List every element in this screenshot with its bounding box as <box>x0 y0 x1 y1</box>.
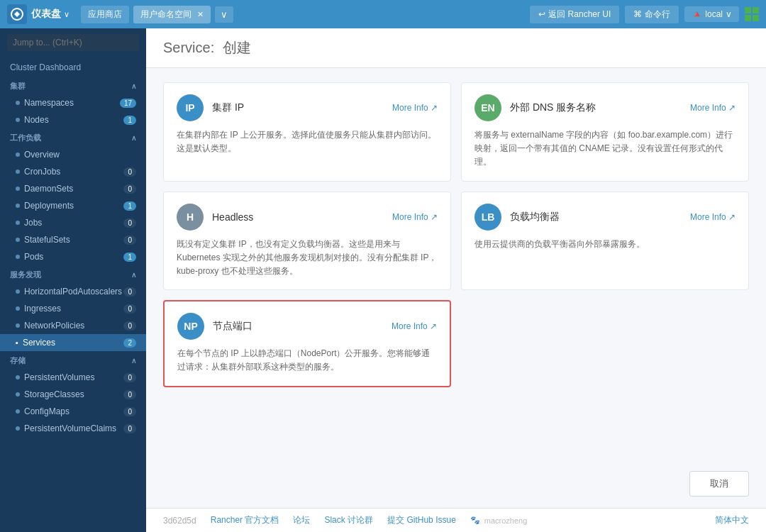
external-dns-desc: 将服务与 externalName 字段的内容（如 foo.bar.exampl… <box>474 128 736 170</box>
sidebar-item-hpa[interactable]: HorizontalPodAutoscalers 0 <box>0 283 146 300</box>
top-navigation: 仪表盘 ∨ 应用商店 用户命名空间 ✕ ∨ ↩ 返回 Rancher UI ⌘ … <box>0 0 766 28</box>
footer-link-docs[interactable]: Rancher 官方文档 <box>211 514 279 526</box>
sidebar-item-pods[interactable]: Pods 1 <box>0 248 146 265</box>
node-port-more-info[interactable]: More Info ↗ <box>392 321 437 331</box>
cluster-ip-more-info[interactable]: More Info ↗ <box>392 103 438 113</box>
pv-badge: 0 <box>123 373 136 382</box>
return-label: 返回 Rancher UI <box>548 9 611 21</box>
cluster-chevron-icon: ∨ <box>726 9 732 19</box>
jobs-dot <box>16 221 20 225</box>
load-balancer-more-info[interactable]: More Info ↗ <box>690 212 736 222</box>
sidebar-section-workloads[interactable]: 工作负载 ∧ <box>0 128 146 146</box>
sidebar-item-ingresses-label: Ingresses <box>24 304 61 314</box>
return-icon: ↩ <box>538 9 545 19</box>
top-nav-right: ↩ 返回 Rancher UI ⌘ 命令行 🔺 local ∨ <box>530 6 759 23</box>
sidebar-item-ingresses[interactable]: Ingresses 0 <box>0 300 146 317</box>
storage-section-chevron: ∧ <box>131 357 136 365</box>
overview-dot <box>16 153 20 157</box>
footer-watermark: 🐾 macrozheng <box>470 516 528 525</box>
services-active-icon: ▪ <box>16 338 18 347</box>
return-rancher-button[interactable]: ↩ 返回 Rancher UI <box>530 6 619 23</box>
load-balancer-icon: LB <box>474 204 501 231</box>
sidebar-item-daemonsets[interactable]: DaemonSets 0 <box>0 180 146 197</box>
sidebar-item-deployments-label: Deployments <box>24 201 74 211</box>
sidebar-section-storage-label: 存储 <box>10 355 26 366</box>
tab-close-icon[interactable]: ✕ <box>197 10 204 19</box>
title-chevron[interactable]: ∨ <box>64 10 70 19</box>
sidebar-item-storage-classes[interactable]: StorageClasses 0 <box>0 386 146 403</box>
sidebar-section-service-discovery[interactable]: 服务发现 ∧ <box>0 265 146 283</box>
footer-link-slack[interactable]: Slack 讨论群 <box>324 514 373 526</box>
tab-app-store[interactable]: 应用商店 <box>81 6 129 23</box>
sidebar-item-cronjobs[interactable]: CronJobs 0 <box>0 163 146 180</box>
service-type-cards: IP 集群 IP More Info ↗ 在集群内部在 IP 上公开服务。选择此… <box>163 82 749 387</box>
watermark-icon: 🐾 <box>470 516 480 525</box>
sidebar-item-overview[interactable]: Overview <box>0 146 146 163</box>
sc-dot <box>16 392 20 397</box>
sidebar-item-services[interactable]: ▪ Services 2 <box>0 334 146 351</box>
sidebar-item-nodes[interactable]: Nodes 1 <box>0 111 146 128</box>
cmd-label: 命令行 <box>645 9 670 21</box>
cm-badge: 0 <box>123 407 136 416</box>
command-button[interactable]: ⌘ 命令行 <box>625 6 679 23</box>
footer-link-forum[interactable]: 论坛 <box>293 514 310 526</box>
card-cluster-ip[interactable]: IP 集群 IP More Info ↗ 在集群内部在 IP 上公开服务。选择此… <box>163 82 451 182</box>
external-dns-more-info[interactable]: More Info ↗ <box>690 103 736 113</box>
sidebar-cluster-dashboard[interactable]: Cluster Dashboard <box>0 57 146 77</box>
footer-language[interactable]: 简体中文 <box>715 514 749 526</box>
headless-desc: 既没有定义集群 IP，也没有定义负载均衡器。这些是用来与 Kubernetes … <box>177 238 438 279</box>
search-input[interactable] <box>7 34 139 51</box>
sidebar-item-network-policies-label: NetworkPolicies <box>24 321 84 331</box>
tab-dropdown[interactable]: ∨ <box>215 6 233 23</box>
card-external-dns[interactable]: EN 外部 DNS 服务名称 More Info ↗ 将服务与 external… <box>461 82 749 182</box>
sidebar-item-network-policies[interactable]: NetworkPolicies 0 <box>0 317 146 334</box>
headless-more-info[interactable]: More Info ↗ <box>392 212 438 222</box>
content-area: Service: 创建 IP 集群 IP More Info ↗ 在集群内部在 … <box>146 28 766 532</box>
namespaces-dot <box>16 101 20 105</box>
cluster-selector[interactable]: 🔺 local ∨ <box>684 6 739 22</box>
tab-app-store-label: 应用商店 <box>88 9 122 21</box>
sidebar-item-services-label: Services <box>23 338 55 348</box>
headless-icon: H <box>177 204 204 231</box>
statefulsets-badge: 0 <box>123 235 136 245</box>
card-load-balancer[interactable]: LB 负载均衡器 More Info ↗ 使用云提供商的负载平衡器向外部暴露服务… <box>461 192 749 291</box>
pvc-badge: 0 <box>123 424 136 433</box>
load-balancer-title: 负载均衡器 <box>510 211 560 223</box>
page-title-prefix: Service: <box>163 40 214 55</box>
footer-version: 3d62d5d <box>163 516 196 526</box>
sidebar-section-storage[interactable]: 存储 ∧ <box>0 351 146 369</box>
sidebar-item-pods-label: Pods <box>24 252 43 262</box>
sidebar-item-pv-label: PersistentVolumes <box>24 372 94 382</box>
sidebar-item-statefulsets[interactable]: StatefulSets 0 <box>0 231 146 248</box>
namespaces-badge: 17 <box>120 99 136 108</box>
sidebar-item-deployments[interactable]: Deployments 1 <box>0 197 146 214</box>
deployments-dot <box>16 204 20 208</box>
tab-namespace-label: 用户命名空间 <box>140 9 192 21</box>
sidebar: Cluster Dashboard 集群 ∧ Namespaces 17 Nod… <box>0 28 146 532</box>
sidebar-section-cluster[interactable]: 集群 ∧ <box>0 77 146 94</box>
cronjobs-dot <box>16 170 20 174</box>
node-port-icon: NP <box>177 313 204 340</box>
sidebar-item-cronjobs-label: CronJobs <box>24 167 60 177</box>
sidebar-section-workloads-label: 工作负载 <box>10 133 41 143</box>
sidebar-item-pvc[interactable]: PersistentVolumeClaims 0 <box>0 420 146 437</box>
services-badge: 2 <box>123 338 136 348</box>
card-headless[interactable]: H Headless More Info ↗ 既没有定义集群 IP，也没有定义负… <box>163 192 451 291</box>
card-node-port[interactable]: NP 节点端口 More Info ↗ 在每个节点的 IP 上以静态端口（Nod… <box>163 300 451 387</box>
page-header: Service: 创建 <box>146 28 766 68</box>
tab-namespace[interactable]: 用户命名空间 ✕ <box>133 6 211 23</box>
sidebar-item-namespaces[interactable]: Namespaces 17 <box>0 94 146 111</box>
grid-menu-icon[interactable] <box>745 7 759 21</box>
cronjobs-badge: 0 <box>123 167 136 177</box>
network-policies-badge: 0 <box>123 321 136 331</box>
sidebar-item-persistent-volumes[interactable]: PersistentVolumes 0 <box>0 369 146 386</box>
sidebar-item-configmaps[interactable]: ConfigMaps 0 <box>0 403 146 420</box>
page-title: Service: 创建 <box>163 38 749 57</box>
sidebar-item-jobs[interactable]: Jobs 0 <box>0 214 146 231</box>
hpa-badge: 0 <box>123 287 136 297</box>
footer-link-github[interactable]: 提交 GitHub Issue <box>387 514 456 526</box>
service-discovery-section-chevron: ∧ <box>131 271 136 279</box>
cancel-button[interactable]: 取消 <box>689 471 749 497</box>
node-port-title: 节点端口 <box>213 320 252 333</box>
network-policies-dot <box>16 323 20 328</box>
